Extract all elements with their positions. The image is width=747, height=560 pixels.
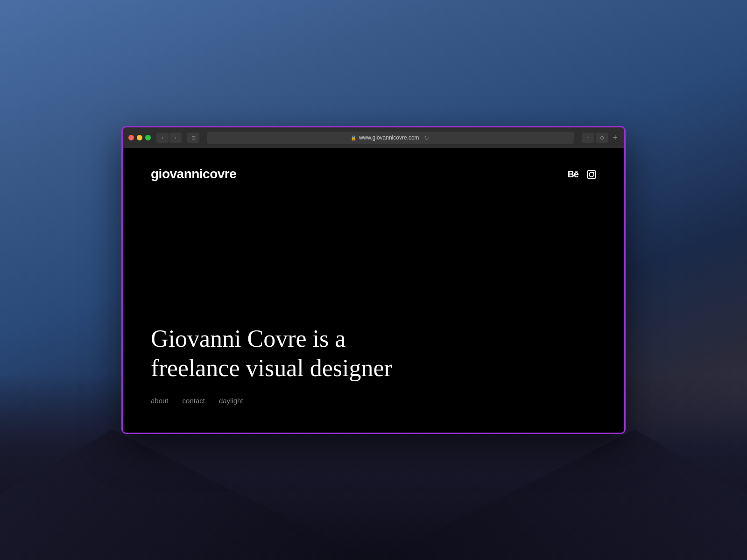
refresh-button[interactable]: ↻ (422, 134, 431, 141)
instagram-link[interactable] (587, 169, 596, 180)
traffic-lights (128, 135, 151, 140)
browser-actions: ↑ ⊕ (582, 133, 608, 143)
about-link[interactable]: about (151, 397, 169, 405)
new-tab-button[interactable]: + (612, 133, 619, 142)
back-button[interactable]: ‹ (156, 133, 169, 143)
share-button[interactable]: ↑ (582, 133, 594, 143)
sidebar-toggle-button[interactable]: ⊡ (187, 133, 199, 143)
maximize-button[interactable] (145, 135, 151, 140)
close-button[interactable] (128, 135, 134, 140)
website-content: giovannicovre Bē Giovanni Covre is a fre… (123, 148, 624, 433)
site-nav: about contact daylight (151, 397, 596, 405)
lock-icon: 🔒 (351, 135, 356, 140)
behance-link[interactable]: Bē (567, 169, 578, 180)
contact-link[interactable]: contact (183, 397, 205, 405)
social-links: Bē (567, 169, 596, 180)
forward-icon: › (175, 134, 176, 141)
hero-text: Giovanni Covre is a freelance visual des… (151, 324, 431, 383)
behance-icon: Bē (567, 169, 578, 179)
site-logo: giovannicovre (151, 167, 236, 182)
add-to-reading-list-button[interactable]: ⊕ (596, 133, 608, 143)
minimize-button[interactable] (137, 135, 142, 140)
browser-window: ‹ › ⊡ 🔒 www.giovannicovre.com ↻ ↑ ⊕ (121, 126, 626, 434)
share-icon: ↑ (587, 135, 590, 140)
site-main: Giovanni Covre is a freelance visual des… (151, 182, 596, 414)
browser-toolbar: ‹ › ⊡ 🔒 www.giovannicovre.com ↻ ↑ ⊕ (123, 127, 624, 148)
bookmark-icon: ⊕ (600, 135, 604, 141)
url-bar[interactable]: 🔒 www.giovannicovre.com ↻ (207, 132, 574, 144)
site-header: giovannicovre Bē (151, 167, 596, 182)
refresh-icon: ↻ (424, 134, 429, 141)
forward-button[interactable]: › (169, 133, 182, 143)
nav-buttons: ‹ › (156, 133, 182, 143)
daylight-link[interactable]: daylight (219, 397, 243, 405)
new-tab-icon: + (613, 133, 618, 142)
sidebar-icon: ⊡ (191, 135, 196, 141)
back-icon: ‹ (162, 134, 163, 141)
hero-line1: Giovanni Covre is a (151, 325, 345, 352)
url-text: www.giovannicovre.com (359, 134, 419, 141)
instagram-icon (587, 170, 596, 179)
hero-line2: freelance visual designer (151, 355, 392, 381)
